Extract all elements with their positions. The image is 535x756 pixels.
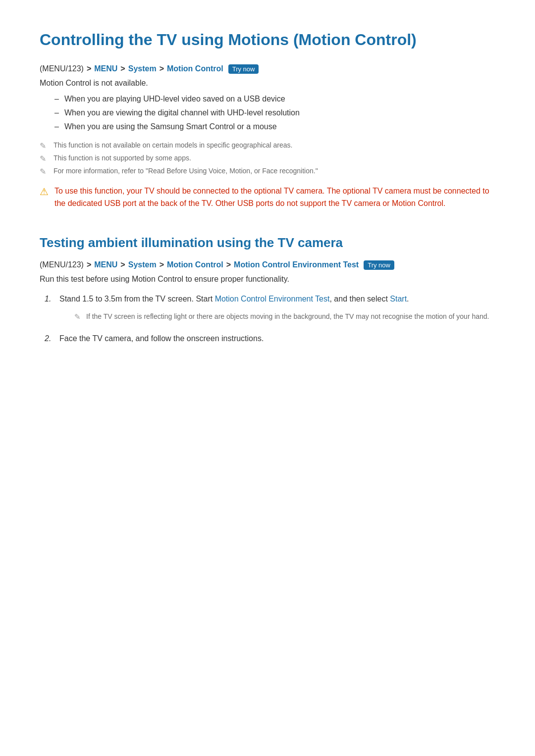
breadcrumb-menu: MENU — [94, 64, 117, 73]
chevron1-2: > — [87, 260, 91, 269]
pencil-icon: ✎ — [40, 167, 46, 176]
breadcrumb-motion-control-2: Motion Control — [167, 260, 223, 269]
step-number-1: 1. — [45, 293, 51, 305]
page-title: Controlling the TV using Motions (Motion… — [40, 30, 495, 50]
warning-text: To use this function, your TV should be … — [54, 185, 495, 210]
warning-icon: ⚠ — [40, 186, 49, 198]
breadcrumb-motion-control: Motion Control — [167, 64, 223, 73]
step1-text-after: . — [407, 295, 409, 303]
step-1: 1. Stand 1.5 to 3.5m from the TV screen.… — [45, 293, 495, 322]
step1-text-before: Stand 1.5 to 3.5m from the TV screen. St… — [59, 295, 215, 303]
chevron2: > — [120, 64, 125, 73]
note-item: ✎ This function is not available on cert… — [40, 141, 495, 149]
pencil-icon-small: ✎ — [74, 311, 81, 323]
start-link[interactable]: Start — [390, 295, 407, 303]
breadcrumb-section1: (MENU/123) > MENU > System > Motion Cont… — [40, 64, 495, 74]
section1-intro: Motion Control is not available. — [40, 79, 495, 88]
breadcrumb-system: System — [128, 64, 157, 73]
note-item: ✎ For more information, refer to "Read B… — [40, 167, 495, 175]
env-test-link[interactable]: Motion Control Environment Test — [215, 295, 330, 303]
step-2: 2. Face the TV camera, and follow the on… — [45, 332, 495, 345]
list-item: When you are using the Samsung Smart Con… — [54, 122, 495, 131]
breadcrumb-env-test: Motion Control Environment Test — [234, 260, 359, 269]
section2-intro: Run this test before using Motion Contro… — [40, 275, 495, 284]
step2-text: Face the TV camera, and follow the onscr… — [59, 334, 264, 343]
chevron3-2: > — [160, 260, 164, 269]
list-item: When you are playing UHD-level video sav… — [54, 95, 495, 103]
try-now-badge-1[interactable]: Try now — [228, 64, 259, 74]
list-item: When you are viewing the digital channel… — [54, 108, 495, 117]
warning-box: ⚠ To use this function, your TV should b… — [40, 185, 495, 210]
pencil-icon: ✎ — [40, 154, 46, 163]
breadcrumb-system-2: System — [128, 260, 157, 269]
chevron4-2: > — [226, 260, 231, 269]
breadcrumb-section2: (MENU/123) > MENU > System > Motion Cont… — [40, 260, 495, 270]
bullet-list: When you are playing UHD-level video sav… — [54, 95, 495, 131]
pencil-icon: ✎ — [40, 141, 46, 151]
chevron1: > — [87, 64, 91, 73]
note-item: ✎ This function is not supported by some… — [40, 154, 495, 162]
step1-subnote: ✎ If the TV screen is reflecting light o… — [74, 311, 495, 322]
chevron2-2: > — [120, 260, 125, 269]
breadcrumb-menu123: (MENU/123) — [40, 64, 84, 73]
step1-text-middle: , and then select — [329, 295, 390, 303]
step-number-2: 2. — [45, 332, 51, 345]
section2-title: Testing ambient illumination using the T… — [40, 235, 495, 252]
notes-list: ✎ This function is not available on cert… — [40, 141, 495, 175]
steps-list: 1. Stand 1.5 to 3.5m from the TV screen.… — [45, 293, 495, 345]
try-now-badge-2[interactable]: Try now — [364, 260, 394, 270]
chevron3: > — [160, 64, 164, 73]
breadcrumb-menu-2: MENU — [94, 260, 117, 269]
breadcrumb-menu123-2: (MENU/123) — [40, 260, 84, 269]
